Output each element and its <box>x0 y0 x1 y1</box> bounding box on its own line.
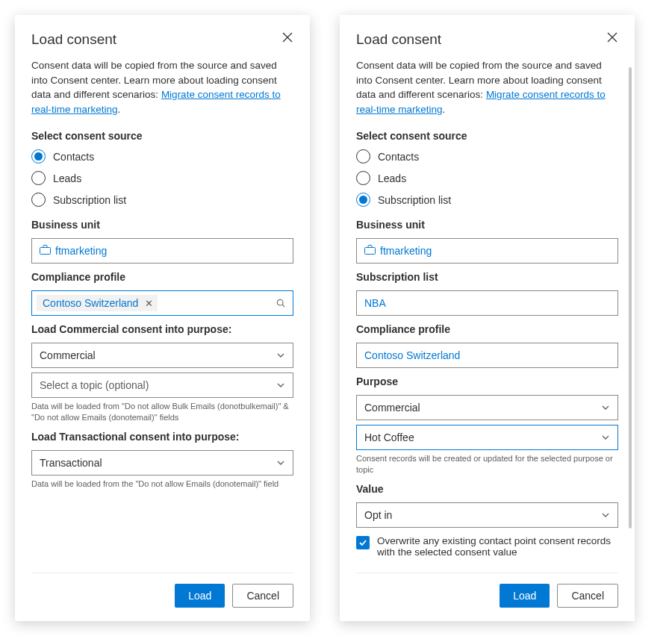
compliance-profile-field[interactable]: Contoso Switzerland <box>356 343 618 368</box>
radio-icon <box>356 193 370 207</box>
radio-contacts[interactable]: Contacts <box>356 149 618 163</box>
close-icon[interactable] <box>606 31 618 43</box>
cancel-button[interactable]: Cancel <box>232 584 293 608</box>
business-unit-label: Business unit <box>356 219 618 231</box>
select-source-label: Select consent source <box>356 130 618 142</box>
search-icon[interactable] <box>276 299 285 308</box>
panel-title: Load consent <box>31 31 116 48</box>
radio-icon <box>356 171 370 185</box>
radio-icon <box>356 149 370 163</box>
radio-icon <box>31 149 46 163</box>
topic-select[interactable]: Hot Coffee <box>356 425 618 450</box>
subscription-list-field[interactable]: NBA <box>356 290 618 316</box>
chevron-down-icon <box>601 511 610 520</box>
panel-description: Consent data will be copied from the sou… <box>31 58 293 116</box>
commercial-purpose-select[interactable]: Commercial <box>31 343 293 368</box>
panel-description: Consent data will be copied from the sou… <box>356 58 618 116</box>
select-source-label: Select consent source <box>31 130 293 142</box>
value-label: Value <box>356 483 618 495</box>
load-consent-panel-subscription: Load consent Consent data will be copied… <box>340 15 635 621</box>
chevron-down-icon <box>601 403 610 412</box>
radio-icon <box>31 171 46 185</box>
radio-leads[interactable]: Leads <box>356 171 618 185</box>
chevron-down-icon <box>276 351 285 360</box>
load-consent-panel-contacts: Load consent Consent data will be copied… <box>15 15 310 621</box>
commercial-purpose-label: Load Commercial consent into purpose: <box>31 323 293 335</box>
commercial-topic-select[interactable]: Select a topic (optional) <box>31 372 293 398</box>
panel-title: Load consent <box>356 31 441 48</box>
radio-subscription-list[interactable]: Subscription list <box>356 193 618 207</box>
transactional-helper-text: Data will be loaded from the "Do not all… <box>31 478 293 490</box>
business-unit-field[interactable]: ftmarketing <box>31 238 293 264</box>
chevron-down-icon <box>601 433 610 442</box>
radio-contacts[interactable]: Contacts <box>31 149 293 163</box>
purpose-label: Purpose <box>356 375 618 387</box>
purpose-helper-text: Consent records will be created or updat… <box>356 453 618 476</box>
subscription-list-label: Subscription list <box>356 271 618 283</box>
svg-point-1 <box>277 300 283 306</box>
chevron-down-icon <box>276 381 285 390</box>
transactional-purpose-label: Load Transactional consent into purpose: <box>31 431 293 443</box>
business-unit-label: Business unit <box>31 219 293 231</box>
remove-chip-icon[interactable]: ✕ <box>145 298 153 309</box>
cancel-button[interactable]: Cancel <box>557 584 618 608</box>
commercial-helper-text: Data will be loaded from "Do not allow B… <box>31 401 293 423</box>
checkbox-checked-icon <box>356 536 370 549</box>
svg-rect-2 <box>365 248 376 255</box>
overwrite-checkbox-row[interactable]: Overwrite any existing contact point con… <box>356 535 618 558</box>
load-button[interactable]: Load <box>175 584 225 608</box>
purpose-select[interactable]: Commercial <box>356 395 618 420</box>
compliance-profile-label: Compliance profile <box>356 323 618 335</box>
overwrite-checkbox-label: Overwrite any existing contact point con… <box>377 535 618 558</box>
value-select[interactable]: Opt in <box>356 502 618 528</box>
close-icon[interactable] <box>281 31 293 43</box>
compliance-profile-label: Compliance profile <box>31 271 293 283</box>
svg-rect-0 <box>40 248 51 255</box>
chevron-down-icon <box>276 458 285 467</box>
load-button[interactable]: Load <box>500 584 550 608</box>
radio-leads[interactable]: Leads <box>31 171 293 185</box>
compliance-profile-chip: Contoso Switzerland ✕ <box>37 295 158 311</box>
briefcase-icon <box>40 245 51 257</box>
business-unit-field[interactable]: ftmarketing <box>356 238 618 264</box>
transactional-purpose-select[interactable]: Transactional <box>31 450 293 476</box>
scrollbar[interactable] <box>629 67 632 569</box>
radio-icon <box>31 193 46 207</box>
radio-subscription-list[interactable]: Subscription list <box>31 193 293 207</box>
compliance-profile-lookup[interactable]: Contoso Switzerland ✕ <box>31 290 293 316</box>
briefcase-icon <box>364 245 376 257</box>
